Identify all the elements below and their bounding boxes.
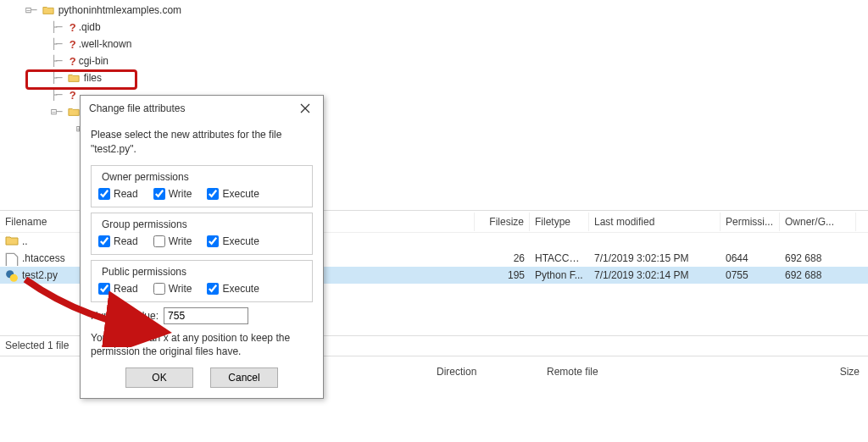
tree-node[interactable]: ├─ ? cgi-bin xyxy=(0,52,868,69)
cancel-button[interactable]: Cancel xyxy=(210,367,278,388)
file-attributes-dialog: Change file attributes Please select the… xyxy=(80,95,324,399)
folder-icon xyxy=(67,71,81,85)
numeric-value-input[interactable] xyxy=(164,307,248,324)
dialog-instruction: Please select the new attributes for the… xyxy=(91,128,313,157)
group-write-checkbox[interactable]: Write xyxy=(153,235,192,247)
question-icon: ? xyxy=(67,21,79,34)
col-filesize[interactable]: Filesize xyxy=(475,213,530,231)
folder-icon xyxy=(42,3,55,17)
tree-node[interactable]: ├─ ? .well-known xyxy=(0,36,868,52)
public-permissions-group: Public permissions Read Write Execute xyxy=(91,260,313,302)
dialog-hint: You can use an x at any position to keep… xyxy=(91,331,313,360)
python-file-icon xyxy=(5,269,19,281)
file-icon xyxy=(5,252,19,264)
col-size[interactable]: Size xyxy=(810,361,868,383)
col-modified[interactable]: Last modified xyxy=(589,213,721,231)
group-read-checkbox[interactable]: Read xyxy=(98,235,138,247)
col-owner[interactable]: Owner/G... xyxy=(780,213,856,231)
col-direction[interactable]: Direction xyxy=(428,361,538,383)
col-permissions[interactable]: Permissi... xyxy=(721,213,780,231)
public-read-checkbox[interactable]: Read xyxy=(98,283,138,295)
tree-node[interactable]: ├─ ? .qidb xyxy=(0,19,868,36)
question-icon: ? xyxy=(67,38,79,51)
public-write-checkbox[interactable]: Write xyxy=(153,283,192,295)
col-remote-file[interactable]: Remote file xyxy=(538,361,810,383)
owner-execute-checkbox[interactable]: Execute xyxy=(207,188,259,200)
ok-button[interactable]: OK xyxy=(125,367,193,388)
tree-label: cgi-bin xyxy=(79,55,108,67)
tree-node-files[interactable]: ├─ files xyxy=(0,69,868,86)
tree-node-domain[interactable]: ⊟─ pythoninhtmlexamples.com xyxy=(0,2,868,19)
owner-permissions-group: Owner permissions Read Write Execute xyxy=(91,165,313,207)
dialog-title: Change file attributes xyxy=(89,102,185,114)
svg-point-1 xyxy=(10,274,18,282)
owner-write-checkbox[interactable]: Write xyxy=(153,188,192,200)
question-icon: ? xyxy=(67,55,79,68)
folder-icon xyxy=(5,235,19,247)
tree-label: .well-known xyxy=(79,38,132,50)
tree-label: .qidb xyxy=(79,21,101,33)
col-filetype[interactable]: Filetype xyxy=(530,213,589,231)
dialog-titlebar[interactable]: Change file attributes xyxy=(81,96,323,121)
close-button[interactable] xyxy=(292,97,318,119)
close-icon xyxy=(300,103,310,113)
question-icon: ? xyxy=(67,89,79,102)
group-execute-checkbox[interactable]: Execute xyxy=(207,235,259,247)
tree-label: pythoninhtmlexamples.com xyxy=(58,4,181,16)
group-permissions-group: Group permissions Read Write Execute xyxy=(91,213,313,255)
tree-label: files xyxy=(84,72,102,84)
owner-read-checkbox[interactable]: Read xyxy=(98,188,138,200)
public-execute-checkbox[interactable]: Execute xyxy=(207,283,259,295)
numeric-value-label: Numeric value: xyxy=(91,310,159,322)
folder-icon xyxy=(67,105,81,119)
